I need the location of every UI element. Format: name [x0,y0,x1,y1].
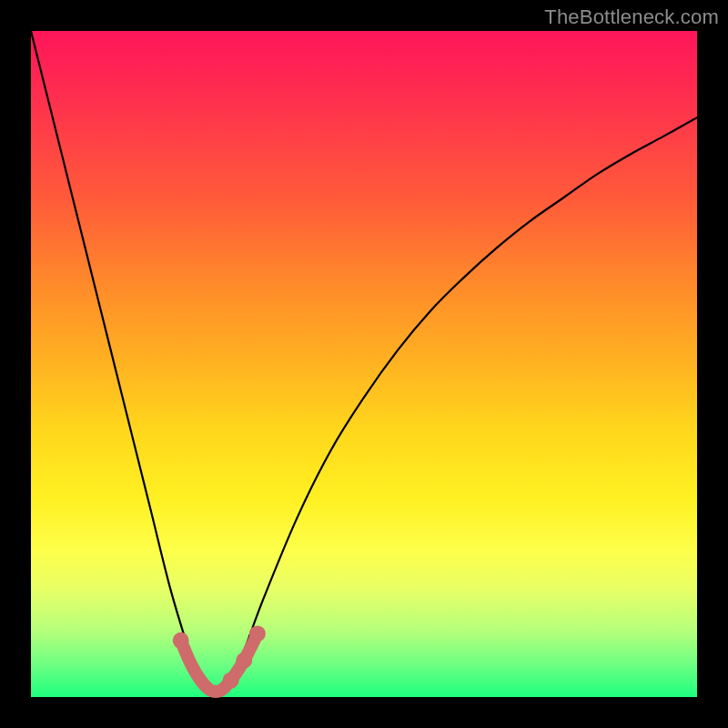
threshold-marker [236,652,252,669]
threshold-marker [173,632,189,649]
watermark-text: TheBottleneck.com [544,5,719,29]
chart-frame: TheBottleneck.com [0,0,728,728]
plot-area [31,31,697,697]
threshold-marker [249,625,266,642]
curve-layer [31,31,697,697]
threshold-marker [223,672,239,689]
bottleneck-curve [31,31,697,694]
